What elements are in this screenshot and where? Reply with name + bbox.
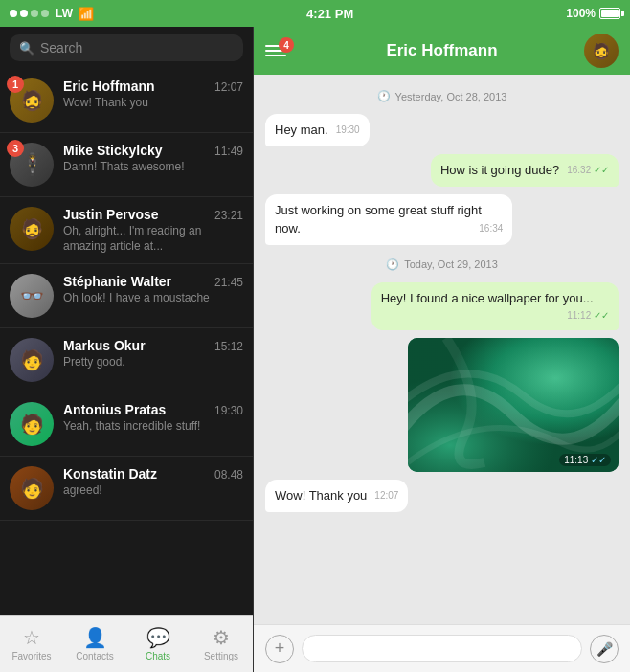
contacts-icon: 👤	[83, 626, 107, 649]
signal-dot-2	[20, 10, 28, 17]
search-bar[interactable]: 🔍 Search	[10, 34, 243, 61]
nav-settings-label: Settings	[204, 651, 238, 661]
menu-badge: 4	[279, 37, 294, 53]
chat-info-1: Eric Hoffmann 12:07 Wow! Thank you	[63, 78, 243, 111]
bubble-text-2: How is it going dude?	[440, 163, 559, 177]
chat-preview-3: Oh, alright... I'm reading an amazing ar…	[63, 224, 243, 254]
avatar-wrap-1: 🧔 1	[10, 78, 54, 123]
chat-preview-2: Damn! Thats awesome!	[63, 160, 243, 175]
avatar-wrap-7: 🧑	[10, 466, 54, 510]
chat-item-4[interactable]: 👓 Stéphanie Walter 21:45 Oh look! I have…	[0, 264, 253, 328]
signal-dot-1	[10, 10, 17, 17]
image-bubble[interactable]: 11:13 ✓✓	[408, 338, 619, 472]
star-icon: ☆	[23, 626, 40, 649]
battery-area: 100%	[566, 7, 620, 20]
checkmarks-5: ✓✓	[594, 310, 609, 321]
avatar-wrap-5: 🧑	[10, 338, 54, 382]
chat-time-7: 08.48	[214, 468, 243, 482]
nav-favorites[interactable]: ☆ Favorites	[0, 616, 63, 672]
image-time-overlay: 11:13 ✓✓	[559, 454, 611, 466]
signal-dot-3	[31, 10, 38, 17]
wallpaper-image	[408, 338, 619, 472]
message-input[interactable]	[302, 635, 582, 662]
badge-1: 1	[7, 76, 24, 93]
avatar-3: 🧔	[10, 207, 54, 251]
chat-info-6: Antonius Pratas 19:30 Yeah, thats incred…	[63, 402, 243, 435]
chat-name-3: Justin Pervose	[63, 207, 159, 222]
search-icon: 🔍	[19, 41, 34, 56]
checkmarks-2: ✓✓	[594, 165, 609, 175]
chat-info-5: Markus Okur 15:12 Pretty good.	[63, 338, 243, 370]
avatar-wrap-4: 👓	[10, 274, 54, 318]
chat-item-5[interactable]: 🧑 Markus Okur 15:12 Pretty good.	[0, 328, 253, 392]
chat-item-1[interactable]: 🧔 1 Eric Hoffmann 12:07 Wow! Thank you	[0, 69, 253, 133]
clock-icon-1: 🕐	[377, 90, 391, 102]
chat-time-6: 19:30	[214, 404, 243, 417]
chat-preview-4: Oh look! I have a moustache	[63, 291, 243, 306]
chat-preview-1: Wow! Thank you	[63, 96, 243, 111]
header-avatar[interactable]: 🧔	[584, 34, 619, 68]
bubble-5: Hey! I found a nice wallpaper for you...…	[371, 282, 619, 330]
bottom-nav: ☆ Favorites 👤 Contacts 💬 Chats ⚙ Setting…	[0, 615, 253, 672]
chat-name-6: Antonius Pratas	[63, 402, 166, 417]
search-placeholder: Search	[40, 40, 82, 56]
bubble-text-3: Just working on some great stuff right n…	[275, 203, 482, 235]
message-5: Hey! I found a nice wallpaper for you...…	[265, 282, 619, 330]
chat-input-bar: + 🎤	[254, 624, 630, 672]
chat-info-3: Justin Pervose 23:21 Oh, alright... I'm …	[63, 207, 243, 254]
chat-name-row-4: Stéphanie Walter 21:45	[63, 274, 243, 289]
contact-name-header: Eric Hoffmann	[386, 41, 497, 60]
chat-time-4: 21:45	[214, 276, 243, 289]
right-panel: 4 Eric Hoffmann 🧔 🕐 Yesterday, Oct 28, 2…	[254, 27, 630, 672]
message-6: 11:13 ✓✓	[265, 338, 619, 472]
nav-settings[interactable]: ⚙ Settings	[190, 616, 253, 672]
nav-contacts-label: Contacts	[76, 651, 113, 661]
microphone-button[interactable]: 🎤	[590, 635, 619, 663]
chat-item-2[interactable]: 🕴 3 Mike Stickylcky 11:49 Damn! Thats aw…	[0, 133, 253, 197]
chat-item-7[interactable]: 🧑 Konstatin Datz 08.48 agreed!	[0, 457, 253, 521]
status-time: 4:21 PM	[306, 7, 353, 21]
avatar-wrap-3: 🧔	[10, 207, 54, 251]
nav-chats-label: Chats	[146, 651, 170, 661]
bubble-7: Wow! Thank you 12:07	[265, 480, 408, 512]
chat-name-7: Konstatin Datz	[63, 466, 157, 482]
chat-time-5: 15:12	[214, 340, 243, 353]
bubble-1: Hey man. 19:30	[265, 114, 370, 146]
battery-icon	[599, 8, 620, 19]
main-content: 🔍 Search 🧔 1 Eric Hoffmann 12:07 Wow! Th…	[0, 27, 630, 672]
chat-time-3: 23:21	[214, 209, 243, 222]
date-separator-2: 🕐 Today, Oct 29, 2013	[265, 258, 619, 271]
chat-preview-6: Yeah, thats incredible stuff!	[63, 419, 243, 435]
nav-favorites-label: Favorites	[11, 651, 51, 661]
nav-contacts[interactable]: 👤 Contacts	[63, 616, 126, 672]
battery-fill	[601, 10, 619, 17]
chat-item-3[interactable]: 🧔 Justin Pervose 23:21 Oh, alright... I'…	[0, 197, 253, 264]
chat-time-1: 12:07	[214, 80, 243, 94]
bubble-time-7: 12:07	[374, 489, 398, 503]
menu-button[interactable]: 4	[265, 45, 286, 56]
bubble-text-7: Wow! Thank you	[275, 488, 367, 503]
date-separator-1: 🕐 Yesterday, Oct 28, 2013	[265, 90, 619, 102]
avatar-wrap-2: 🕴 3	[10, 143, 54, 187]
avatar-4: 👓	[10, 274, 54, 318]
date-label-2: Today, Oct 29, 2013	[404, 258, 498, 270]
bubble-time-2: 16:32 ✓✓	[567, 164, 609, 177]
avatar-5: 🧑	[10, 338, 54, 382]
date-label-1: Yesterday, Oct 28, 2013	[395, 91, 507, 102]
chat-list: 🧔 1 Eric Hoffmann 12:07 Wow! Thank you 🕴…	[0, 69, 253, 615]
bubble-time-3: 16:34	[479, 222, 503, 235]
badge-2: 3	[7, 140, 24, 157]
signal-dot-4	[41, 10, 49, 17]
message-3: Just working on some great stuff right n…	[265, 194, 619, 244]
avatar-wrap-6: 🧑	[10, 402, 54, 446]
bubble-time-5: 11:12 ✓✓	[567, 309, 609, 323]
avatar-7: 🧑	[10, 466, 54, 510]
chat-info-4: Stéphanie Walter 21:45 Oh look! I have a…	[63, 274, 243, 306]
add-attachment-button[interactable]: +	[265, 635, 294, 663]
chat-name-row-5: Markus Okur 15:12	[63, 338, 243, 353]
bubble-time-1: 19:30	[336, 123, 360, 137]
chat-item-6[interactable]: 🧑 Antonius Pratas 19:30 Yeah, thats incr…	[0, 392, 253, 457]
nav-chats[interactable]: 💬 Chats	[126, 616, 190, 672]
carrier-label: LW	[56, 7, 73, 20]
message-1: Hey man. 19:30	[265, 114, 619, 146]
